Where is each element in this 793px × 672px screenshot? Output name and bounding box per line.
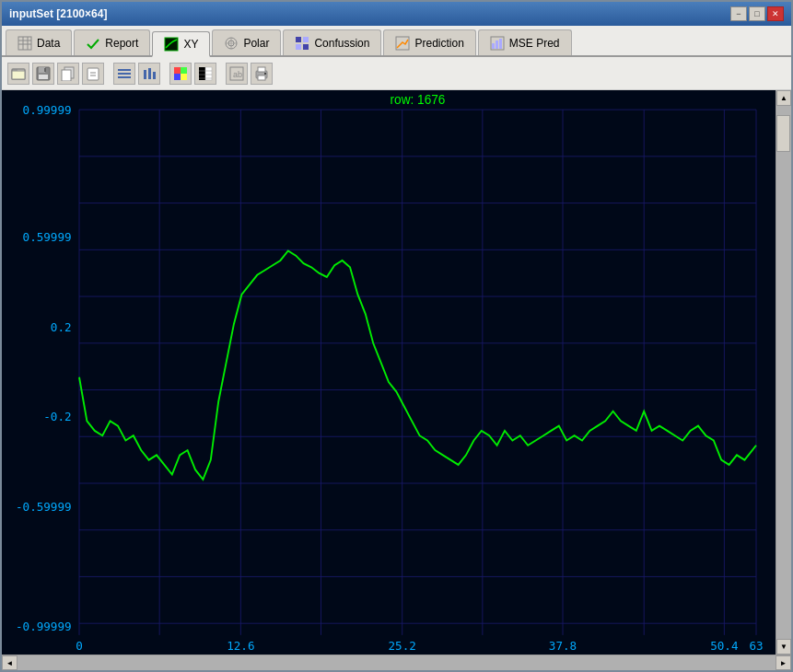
print-button[interactable] (251, 63, 273, 85)
scroll-down-button[interactable]: ▼ (776, 639, 791, 655)
chart-container[interactable]: 0.99999 0.59999 0.2 -0.2 -0.59999 -0.999… (2, 90, 776, 655)
svg-text:12.6: 12.6 (227, 639, 254, 653)
main-window: inputSet [2100×64] − □ ✕ Data (0, 0, 793, 672)
svg-text:37.8: 37.8 (549, 639, 577, 653)
svg-rect-16 (492, 43, 495, 49)
polar-icon (224, 36, 239, 51)
svg-text:25.2: 25.2 (389, 639, 416, 653)
prediction-icon (395, 36, 410, 51)
svg-text:ab: ab (233, 70, 242, 79)
svg-rect-40 (174, 74, 181, 80)
vertical-scrollbar[interactable]: ▲ ▼ (776, 90, 791, 655)
chart-svg: 0.99999 0.59999 0.2 -0.2 -0.59999 -0.999… (2, 90, 776, 655)
tab-bar: Data Report XY (2, 26, 791, 57)
bw-button[interactable] (194, 63, 216, 85)
svg-rect-37 (153, 72, 156, 79)
save-button[interactable] (32, 63, 54, 85)
tab-mse-pred-label: MSE Pred (509, 37, 560, 50)
color-button[interactable] (169, 63, 192, 85)
window-title: inputSet [2100×64] (9, 7, 107, 20)
scroll-left-button[interactable]: ◄ (2, 655, 17, 670)
svg-rect-39 (181, 67, 187, 74)
xy-icon (164, 37, 179, 52)
svg-rect-24 (39, 75, 48, 79)
scroll-thumb-v[interactable] (776, 115, 790, 152)
scroll-up-button[interactable]: ▲ (776, 90, 791, 106)
svg-rect-13 (303, 44, 309, 50)
svg-text:63: 63 (749, 639, 763, 653)
svg-rect-50 (258, 67, 265, 72)
scroll-track-v[interactable] (776, 106, 791, 639)
lines-button[interactable] (113, 63, 135, 85)
horizontal-scrollbar[interactable]: ◄ ► (2, 655, 791, 670)
tab-prediction-label: Prediction (414, 37, 463, 50)
svg-rect-35 (144, 70, 146, 79)
tab-confusion-label: Confussion (314, 37, 369, 50)
svg-text:-0.59999: -0.59999 (16, 500, 72, 514)
sep1 (107, 63, 111, 85)
sep3 (219, 63, 223, 85)
svg-rect-17 (496, 41, 498, 49)
scroll-right-button[interactable]: ► (776, 655, 791, 670)
bars-button[interactable] (138, 63, 160, 85)
tab-xy[interactable]: XY (152, 31, 210, 57)
svg-rect-41 (181, 74, 187, 80)
title-controls: − □ ✕ (730, 6, 784, 21)
svg-text:row: 1676: row: 1676 (391, 93, 446, 107)
title-bar: inputSet [2100×64] − □ ✕ (2, 2, 791, 26)
scroll-track-h[interactable] (17, 655, 776, 670)
minimize-button[interactable]: − (730, 6, 747, 21)
tab-polar[interactable]: Polar (212, 29, 281, 55)
svg-rect-53 (2, 90, 776, 655)
grid-button[interactable]: ab (226, 63, 248, 85)
svg-rect-27 (62, 70, 71, 81)
svg-rect-29 (87, 68, 99, 80)
svg-rect-12 (296, 44, 301, 50)
svg-text:0.2: 0.2 (51, 320, 72, 334)
tab-report-label: Report (105, 37, 138, 50)
tab-mse-pred[interactable]: MSE Pred (478, 29, 572, 55)
tab-confusion[interactable]: Confussion (283, 29, 381, 55)
paste-button[interactable] (82, 63, 104, 85)
svg-rect-23 (39, 67, 45, 73)
toolbar: ab (2, 57, 791, 90)
svg-rect-11 (303, 37, 309, 42)
svg-text:-0.2: -0.2 (43, 410, 71, 423)
confusion-icon (295, 36, 309, 51)
svg-rect-38 (174, 67, 181, 74)
copy-button[interactable] (57, 63, 79, 85)
svg-rect-51 (258, 75, 265, 80)
svg-rect-52 (264, 73, 266, 75)
svg-text:50.4: 50.4 (710, 639, 738, 653)
svg-text:0: 0 (76, 639, 83, 653)
svg-rect-25 (44, 68, 46, 72)
svg-rect-21 (12, 71, 25, 79)
svg-text:0.99999: 0.99999 (23, 103, 72, 117)
tab-report[interactable]: Report (74, 29, 150, 55)
maximize-button[interactable]: □ (749, 6, 765, 21)
tab-data[interactable]: Data (6, 29, 72, 55)
table-icon (17, 36, 32, 51)
svg-text:-0.99999: -0.99999 (16, 620, 72, 633)
svg-rect-18 (499, 39, 502, 49)
svg-rect-10 (296, 37, 301, 42)
bottom-area: ◄ ► (2, 655, 791, 670)
close-button[interactable]: ✕ (767, 6, 784, 21)
main-area: 0.99999 0.59999 0.2 -0.2 -0.59999 -0.999… (2, 90, 791, 655)
check-icon (86, 36, 100, 51)
svg-text:0.59999: 0.59999 (23, 230, 72, 244)
mse-icon (490, 36, 505, 51)
sep2 (163, 63, 167, 85)
svg-rect-0 (18, 37, 31, 50)
svg-rect-36 (148, 68, 151, 79)
tab-xy-label: XY (183, 38, 198, 51)
tab-data-label: Data (37, 37, 60, 50)
open-button[interactable] (7, 63, 29, 85)
tab-polar-label: Polar (243, 37, 269, 50)
tab-prediction[interactable]: Prediction (383, 29, 475, 55)
